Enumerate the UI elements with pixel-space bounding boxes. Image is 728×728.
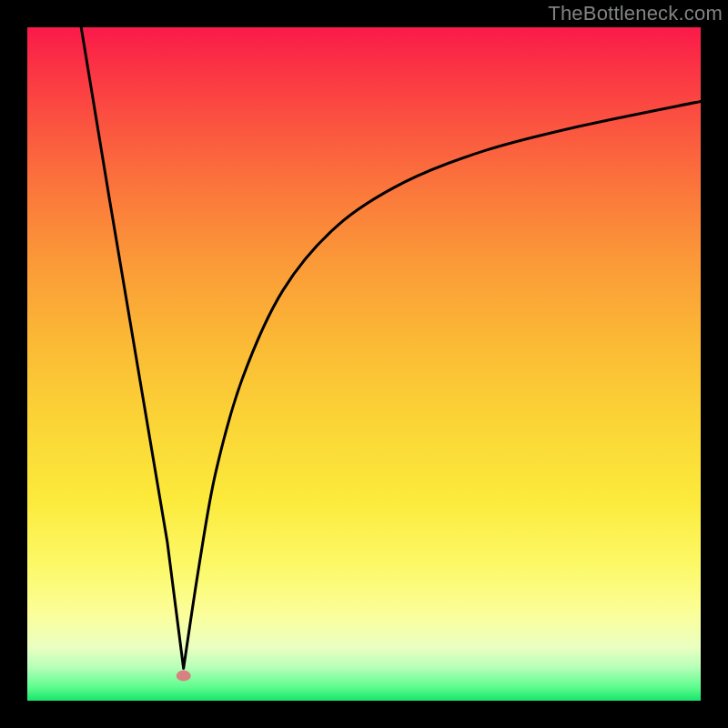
minimum-marker (177, 671, 191, 682)
plot-area (27, 27, 701, 701)
attribution-watermark: TheBottleneck.com (548, 2, 723, 25)
curve-line (81, 27, 701, 668)
bottleneck-curve (27, 27, 701, 701)
chart-frame: TheBottleneck.com (0, 0, 728, 728)
